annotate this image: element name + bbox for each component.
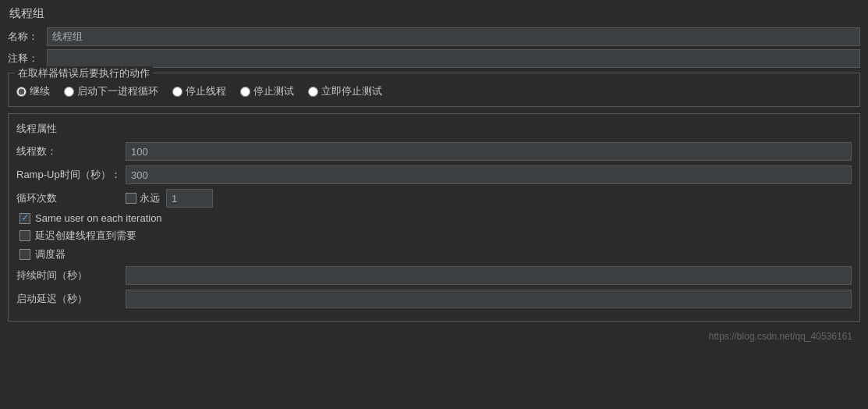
page-title: 线程组: [8, 6, 860, 21]
duration-row: 持续时间（秒）: [16, 266, 852, 285]
radio-stop-thread-label: 停止线程: [186, 84, 226, 98]
thread-count-input[interactable]: [126, 142, 852, 161]
radio-continue-label: 继续: [30, 84, 50, 98]
sampler-error-section: 在取样器错误后要执行的动作 继续 启动下一进程循环 停止线程 停止测试 立即停止…: [8, 73, 860, 107]
radio-stop-thread[interactable]: 停止线程: [172, 84, 226, 98]
forever-label: 永远: [140, 191, 160, 205]
watermark: https://blog.csdn.net/qq_40536161: [8, 328, 860, 345]
name-input[interactable]: [47, 27, 860, 46]
scheduler-label: 调度器: [35, 247, 66, 261]
name-label: 名称：: [8, 30, 47, 44]
sampler-error-title: 在取样器错误后要执行的动作: [15, 66, 153, 80]
thread-count-row: 线程数：: [16, 142, 852, 161]
thread-properties-title: 线程属性: [16, 122, 852, 136]
same-user-row: Same user on each iteration: [16, 212, 852, 224]
radio-continue[interactable]: 继续: [16, 84, 50, 98]
startup-delay-input[interactable]: [126, 290, 852, 308]
loop-count-label: 循环次数: [16, 191, 126, 205]
scheduler-checkbox[interactable]: [19, 249, 30, 260]
comment-row: 注释：: [8, 49, 860, 68]
thread-count-label: 线程数：: [16, 144, 126, 158]
ramp-up-input[interactable]: [126, 165, 852, 184]
radio-stop-now[interactable]: 立即停止测试: [308, 84, 382, 98]
same-user-checkbox[interactable]: [19, 213, 30, 224]
delay-create-row: 延迟创建线程直到需要: [16, 229, 852, 243]
radio-start-next[interactable]: 启动下一进程循环: [64, 84, 158, 98]
duration-input[interactable]: [126, 266, 852, 285]
scheduler-row: 调度器: [16, 247, 852, 261]
comment-input[interactable]: [47, 49, 860, 68]
startup-delay-row: 启动延迟（秒）: [16, 290, 852, 308]
ramp-up-row: Ramp-Up时间（秒）：: [16, 165, 852, 184]
forever-checkbox-label[interactable]: 永远: [126, 191, 160, 205]
same-user-label: Same user on each iteration: [35, 212, 162, 224]
radio-start-next-input[interactable]: [64, 87, 74, 97]
radio-stop-test-label: 停止测试: [253, 84, 294, 98]
forever-checkbox-input[interactable]: [126, 193, 136, 204]
radio-stop-test-input[interactable]: [240, 87, 250, 97]
thread-properties-section: 线程属性 线程数： Ramp-Up时间（秒）： 循环次数 永远 Same use…: [8, 113, 860, 322]
radio-stop-now-label: 立即停止测试: [321, 84, 382, 98]
radio-stop-test[interactable]: 停止测试: [240, 84, 294, 98]
loop-count-row: 循环次数 永远: [16, 189, 852, 208]
ramp-up-label: Ramp-Up时间（秒）：: [16, 168, 126, 182]
radio-stop-now-input[interactable]: [308, 87, 318, 97]
radio-continue-input[interactable]: [16, 87, 27, 97]
radio-stop-thread-input[interactable]: [172, 87, 182, 97]
loop-count-input[interactable]: [166, 189, 213, 208]
error-action-radio-group: 继续 启动下一进程循环 停止线程 停止测试 立即停止测试: [16, 80, 852, 100]
startup-delay-label: 启动延迟（秒）: [16, 292, 126, 306]
page-container: 线程组 名称： 注释： 在取样器错误后要执行的动作 继续 启动下一进程循环 停止…: [0, 0, 868, 351]
delay-create-label: 延迟创建线程直到需要: [35, 229, 136, 243]
delay-create-checkbox[interactable]: [19, 230, 30, 241]
comment-label: 注释：: [8, 52, 47, 66]
radio-start-next-label: 启动下一进程循环: [77, 84, 158, 98]
duration-label: 持续时间（秒）: [16, 269, 126, 283]
name-row: 名称：: [8, 27, 860, 46]
